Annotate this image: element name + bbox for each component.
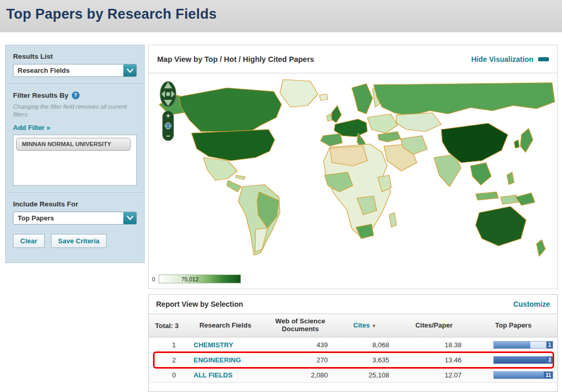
row-docs: 2,080 [270,371,331,379]
map-view-header: Map View by Top / Hot / Highly Cited Pap… [149,45,557,73]
sidebar-divider [6,192,144,193]
filter-tag-minnan-normal-university[interactable]: MINNAN NORMAL UNIVERSITY [16,138,131,151]
top-papers-value: 3 [546,357,553,363]
zoom-out-icon[interactable]: − [166,133,170,139]
sidebar-divider [6,84,144,85]
map-zoom-control: + − [162,111,174,141]
field-link-engineering[interactable]: ENGINEERING [194,356,241,364]
table-row: 2 ENGINEERING 270 3,635 13.46 3 [149,352,557,368]
page: Top Papers by Research Fields Results Li… [0,0,562,392]
map-pan-control[interactable] [156,81,180,108]
page-header: Top Papers by Research Fields [0,0,562,32]
filter-note: Changing the filter field removes all cu… [13,103,137,119]
results-list-value: Research Fields [14,64,123,76]
row-cites-per-paper: 18.38 [399,341,469,349]
column-header-research-fields: Research Fields [181,322,270,330]
filter-by-label: Filter Results By ? [13,92,137,99]
row-docs: 270 [270,356,331,364]
total-count-label: Total: 3 [149,322,181,330]
report-view-section: Report View by Selection Customize Total… [148,294,558,392]
row-rank: 1 [149,341,181,349]
top-papers-bar: 1 [493,341,553,349]
map-view-section: Map View by Top / Hot / Highly Cited Pap… [148,45,558,289]
top-papers-bar: 11 [493,371,553,379]
include-results-select[interactable]: Top Papers [13,212,137,225]
map-area: + − 0 75,012 [149,73,557,289]
column-header-wos-documents: Web of Science Documents [270,318,331,333]
sidebar: Results List Research Fields Filter Resu… [5,45,145,263]
map-legend: 0 75,012 [152,275,241,283]
row-docs: 439 [270,341,331,349]
top-papers-bar: 3 [493,356,553,364]
clear-button[interactable]: Clear [13,234,45,248]
pan-center-icon[interactable] [166,92,170,96]
table-row: 1 CHEMISTRY 439 8,068 18.38 1 [149,337,557,352]
world-map-visualization[interactable] [149,73,557,289]
legend-max-value: 75,012 [181,276,199,282]
sidebar-buttons: Clear Save Criteria [13,234,137,248]
field-link-chemistry[interactable]: CHEMISTRY [194,341,233,349]
top-papers-value: 1 [546,342,553,348]
table-row: 0 ALL FIELDS 2,080 25,108 12.07 11 [149,368,557,383]
map-view-title: Map View by Top / Hot / Highly Cited Pap… [157,55,314,63]
zoom-in-icon[interactable]: + [166,113,170,119]
add-filter-link[interactable]: Add Filter » [13,124,50,132]
legend-min-value: 0 [152,276,155,282]
row-cites-per-paper: 13.46 [399,356,469,364]
report-view-header: Report View by Selection Customize [149,295,557,313]
top-papers-bar-fill [494,342,530,348]
row-cites: 8,068 [331,341,399,349]
row-cites: 25,108 [331,371,399,379]
chevron-down-icon[interactable] [123,64,136,76]
active-filters-box: MINNAN NORMAL UNIVERSITY [13,135,137,186]
column-header-cites-per-paper: Cites/Paper [399,322,469,330]
top-papers-value: 11 [544,372,553,378]
include-results-label: Include Results For [13,200,137,208]
row-rank: 0 [149,371,181,379]
field-link-all-fields[interactable]: ALL FIELDS [194,371,233,379]
row-cites-per-paper: 12.07 [399,371,469,379]
filter-by-label-text: Filter Results By [13,92,69,99]
legend-gradient: 75,012 [159,275,241,283]
row-cites: 3,635 [331,356,399,364]
hide-visualization-label: Hide Visualization [471,55,533,63]
report-view-title: Report View by Selection [156,300,243,308]
globe-icon[interactable] [164,122,172,129]
include-results-value: Top Papers [14,212,123,224]
minus-icon [538,57,549,61]
row-rank: 2 [149,356,181,364]
top-papers-bar-fill [494,357,553,363]
main-panel: Map View by Top / Hot / Highly Cited Pap… [148,45,558,392]
map-controls: + − [156,81,180,141]
page-title: Top Papers by Research Fields [0,0,562,22]
hide-visualization-link[interactable]: Hide Visualization [471,55,549,63]
save-criteria-button[interactable]: Save Criteria [51,234,107,248]
column-header-cites-sort[interactable]: Cites ▼ [331,322,399,330]
chevron-down-icon[interactable] [123,212,136,224]
cites-label: Cites [353,321,370,329]
table-header-row: Total: 3 Research Fields Web of Science … [149,313,557,337]
results-list-label: Results List [13,53,137,60]
sort-desc-icon: ▼ [372,323,376,329]
help-icon[interactable]: ? [72,92,80,99]
results-list-select[interactable]: Research Fields [13,64,137,77]
column-header-top-papers: Top Papers [469,322,557,330]
customize-link[interactable]: Customize [513,300,550,308]
